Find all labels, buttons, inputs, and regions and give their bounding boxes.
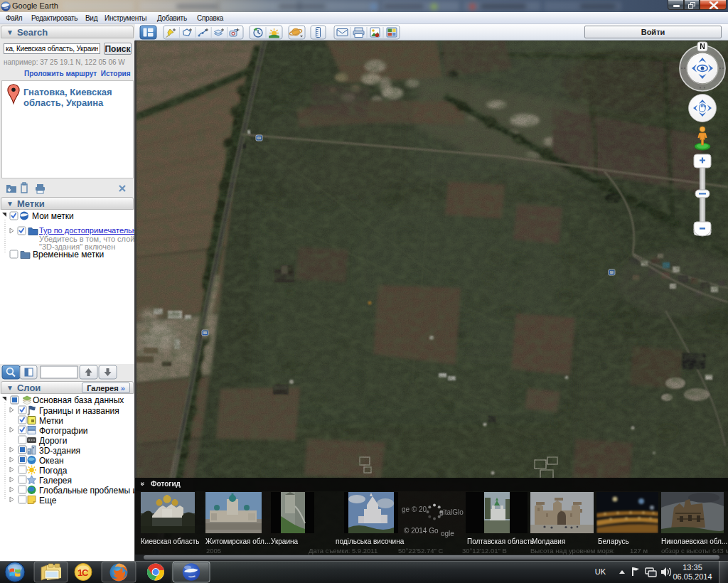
- svg-text:N: N: [700, 42, 705, 50]
- svg-text:С: С: [82, 567, 89, 578]
